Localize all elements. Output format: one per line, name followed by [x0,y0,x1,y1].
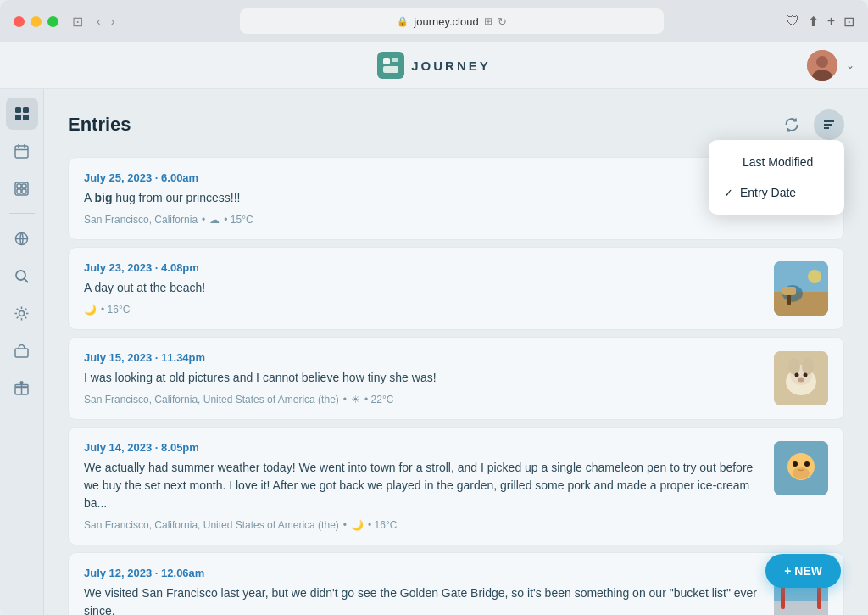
svg-point-4 [816,56,828,68]
svg-rect-17 [17,189,21,193]
header-actions [776,109,844,140]
entry-text: We visited San Francisco last year, but … [84,584,764,615]
entry-temp: • 16°C [368,519,397,531]
svg-rect-16 [22,184,26,188]
sort-entry-date[interactable]: ✓ Entry Date [709,177,844,208]
share-icon[interactable]: ⬆ [808,14,819,30]
app-layout: JOURNEY ⌄ [0,42,868,615]
traffic-light-yellow[interactable] [31,16,42,27]
svg-rect-8 [15,115,21,120]
last-modified-label: Last Modified [743,155,813,169]
entry-card[interactable]: July 23, 2023 · 4.08pm A day out at the … [68,247,844,330]
avatar-chevron[interactable]: ⌄ [846,59,854,71]
entry-temp: • 16°C [101,304,130,316]
svg-rect-36 [782,287,796,295]
traffic-light-red[interactable] [14,16,25,27]
new-entry-label: + NEW [784,564,822,578]
traffic-light-green[interactable] [47,16,58,27]
svg-point-40 [788,358,800,375]
new-tab-icon[interactable]: + [827,14,835,29]
reload-icon[interactable]: ↻ [498,15,507,28]
tabs-icon[interactable]: ⊡ [843,14,854,30]
svg-point-21 [16,271,25,280]
sidebar-item-gift[interactable] [6,372,38,404]
svg-point-42 [795,373,799,377]
entry-thumbnail [774,441,828,495]
page-title: Entries [68,114,131,136]
sidebar-item-store[interactable] [6,334,38,366]
entry-date: July 14, 2023 · 8.05pm [84,441,764,454]
svg-point-47 [793,467,810,479]
sidebar-item-settings[interactable] [6,297,38,329]
entry-meta: San Francisco, California • ☁ • 15°C [84,214,828,226]
entry-meta: San Francisco, California, United States… [84,394,764,405]
sidebar-item-atlas[interactable] [6,222,38,254]
entry-temp: • 22°C [364,394,393,405]
entry-card[interactable]: July 12, 2023 · 12.06am We visited San F… [68,552,844,615]
entry-meta: San Francisco, California, United States… [84,519,764,531]
shield-icon: 🛡 [786,14,799,29]
app-logo-group: JOURNEY [377,52,491,79]
new-entry-button[interactable]: + NEW [765,554,841,588]
forward-button[interactable]: › [108,11,119,31]
address-bar-wrapper: 🔒 journey.cloud ⊞ ↻ [128,8,775,34]
back-button[interactable]: ‹ [93,11,104,31]
browser-actions: 🛡 ⬆ + ⊡ [786,14,854,30]
entry-location: San Francisco, California, United States… [84,519,339,531]
entry-content: July 15, 2023 · 11.34pm I was looking at… [84,351,764,405]
entry-thumbnail [774,351,828,405]
entry-date-check-icon: ✓ [724,187,733,199]
refresh-button[interactable] [776,109,807,140]
weather-icon: 🌙 [84,304,97,316]
entry-thumbnail [774,261,828,316]
app-logo-icon [377,52,404,79]
svg-point-43 [804,373,808,377]
weather-icon: 🌙 [351,519,364,531]
sort-dropdown: Last Modified ✓ Entry Date [709,140,844,215]
entry-location: San Francisco, California [84,214,198,226]
entry-temp: • 15°C [224,214,253,226]
entry-meta: 🌙 • 16°C [84,304,764,316]
sidebar-item-calendar[interactable] [6,135,38,167]
svg-point-49 [804,461,810,467]
entry-card[interactable]: July 14, 2023 · 8.05pm We actually had s… [68,427,844,545]
entry-date: July 23, 2023 · 4.08pm [84,261,764,274]
svg-rect-18 [22,189,26,193]
entry-date: July 15, 2023 · 11.34pm [84,351,764,364]
nav-buttons: ‹ › [93,11,118,31]
svg-rect-6 [15,107,21,113]
entry-dot: • [343,394,347,405]
address-bar[interactable]: 🔒 journey.cloud ⊞ ↻ [240,8,664,34]
svg-point-33 [808,270,821,283]
svg-rect-7 [23,107,29,113]
entry-date-label: Entry Date [740,186,796,199]
svg-rect-2 [383,66,398,73]
svg-rect-24 [15,349,28,357]
svg-point-44 [798,378,804,383]
entry-text: We actually had summer weather today! We… [84,459,764,512]
svg-line-22 [25,278,29,282]
svg-rect-1 [392,58,398,62]
sidebar-item-search[interactable] [6,260,38,292]
svg-point-41 [802,358,814,375]
user-avatar[interactable] [807,50,837,81]
svg-point-48 [793,461,798,467]
reader-icon: ⊞ [484,15,492,27]
entry-card[interactable]: July 15, 2023 · 11.34pm I was looking at… [68,337,844,420]
sort-last-modified[interactable]: Last Modified [709,147,844,177]
app-title: JOURNEY [411,59,491,73]
entry-date: July 12, 2023 · 12.06am [84,567,764,579]
app-header: JOURNEY ⌄ [0,42,868,89]
sidebar [0,89,44,615]
sidebar-item-gallery[interactable] [6,172,38,204]
body-layout: Entries [0,89,868,615]
entry-dot: • [202,214,205,226]
sort-button[interactable] [814,109,844,140]
sidebar-item-entries[interactable] [6,98,38,130]
sidebar-toggle-btn[interactable]: ⊡ [72,14,83,30]
sidebar-divider [9,213,35,214]
main-content: Entries [44,89,868,615]
weather-icon: ☀ [351,394,360,405]
traffic-lights [14,16,58,27]
url-text: journey.cloud [414,15,478,28]
